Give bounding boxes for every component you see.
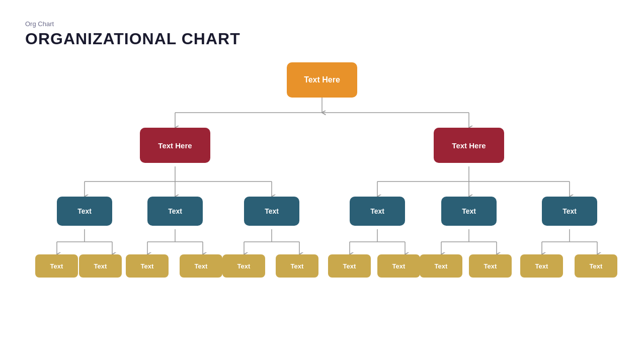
level1-right-box[interactable]: Text Here <box>434 128 504 163</box>
page-title: ORGANIZATIONAL CHART <box>25 30 629 48</box>
level2-box-4[interactable]: Text <box>350 197 405 226</box>
org-chart: Text Here Text Here Text Here Text Text … <box>25 58 629 350</box>
level3-box-12[interactable]: Text <box>575 254 617 278</box>
level3-box-8[interactable]: Text <box>377 254 420 278</box>
level3-box-6[interactable]: Text <box>276 254 318 278</box>
level3-box-4[interactable]: Text <box>180 254 222 278</box>
level3-box-1[interactable]: Text <box>35 254 78 278</box>
subtitle: Org Chart <box>25 20 629 28</box>
level2-box-6[interactable]: Text <box>542 197 597 226</box>
level2-box-2[interactable]: Text <box>147 197 203 226</box>
level3-box-10[interactable]: Text <box>469 254 512 278</box>
level2-box-3[interactable]: Text <box>244 197 299 226</box>
level2-box-1[interactable]: Text <box>57 197 112 226</box>
root-box[interactable]: Text Here <box>287 62 357 98</box>
connector-lines <box>25 58 629 350</box>
level2-box-5[interactable]: Text <box>441 197 497 226</box>
level3-box-7[interactable]: Text <box>328 254 371 278</box>
page: Org Chart ORGANIZATIONAL CHART <box>0 0 644 362</box>
level1-left-box[interactable]: Text Here <box>140 128 210 163</box>
level3-box-11[interactable]: Text <box>520 254 563 278</box>
level3-box-2[interactable]: Text <box>79 254 122 278</box>
level3-box-3[interactable]: Text <box>126 254 169 278</box>
level3-box-9[interactable]: Text <box>420 254 462 278</box>
level3-box-5[interactable]: Text <box>222 254 265 278</box>
